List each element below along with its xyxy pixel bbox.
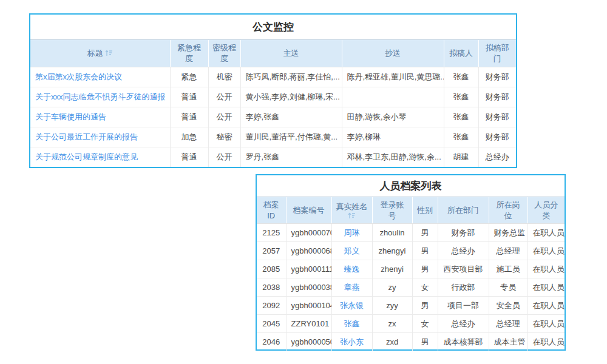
post-cell: 专员 <box>489 278 527 297</box>
cc-cell: 陈丹,程亚雄,董川民,黄思璐... <box>342 67 444 87</box>
archive-code-cell: ygbh000104 <box>286 297 331 315</box>
col-header-real-name-label: 真实姓名 <box>336 201 368 212</box>
archive-id-cell: 2057 <box>257 242 286 260</box>
person-name-link[interactable]: 郑义 <box>344 246 360 255</box>
gender-cell: 男 <box>412 260 438 278</box>
gender-cell: 男 <box>412 333 438 351</box>
col-header-main-send: 主送 <box>240 40 342 67</box>
doc-title-link[interactable]: 第x届第x次股东会的决议 <box>35 72 122 81</box>
table-row: 2046 ygbh000050 张小东 zxd 男 成本核算部 成本主管 在职人… <box>257 333 565 351</box>
archive-code-cell: ygbh000111 <box>286 260 331 278</box>
post-cell: 安全员 <box>489 297 527 315</box>
draft-dept-cell: 财务部 <box>478 107 516 127</box>
post-cell: 总经理 <box>489 242 527 260</box>
main-send-cell: 李婷,张鑫 <box>240 107 342 127</box>
main-send-cell: 黄小强,李婷,刘健,柳琳,宋... <box>240 87 342 107</box>
login-account-cell: zxd <box>372 333 412 351</box>
urgency-cell: 加急 <box>170 127 208 147</box>
drafter-cell: 胡建 <box>444 147 478 167</box>
archive-id-cell: 2085 <box>257 260 286 278</box>
department-cell: 总经办 <box>438 242 489 260</box>
archive-code-cell: ZZRY0101 <box>286 315 331 333</box>
archive-id-cell: 2046 <box>257 333 286 351</box>
gender-cell: 男 <box>412 242 438 260</box>
category-cell: 在职人员 <box>527 315 565 333</box>
person-name-link[interactable]: 张小东 <box>340 337 364 346</box>
doc-title-link[interactable]: 关于xxx同志临危不惧勇斗歹徒的通报 <box>35 92 166 101</box>
category-cell: 在职人员 <box>527 278 565 297</box>
personnel-list-title: 人员档案列表 <box>257 175 565 197</box>
person-name-link[interactable]: 章燕 <box>344 283 360 292</box>
personnel-header-row: 档案ID 档案编号 真实姓名 登录账号 性别 所在部门 所在岗位 人员分类 <box>257 197 565 224</box>
login-account-cell: zhengyi <box>372 242 412 260</box>
col-header-secrecy: 密级程度 <box>208 40 240 67</box>
person-name-link[interactable]: 张鑫 <box>344 319 360 328</box>
archive-code-cell: ygbh000038 <box>286 278 331 297</box>
archive-code-cell: ygbh000050 <box>286 333 331 351</box>
person-name-link[interactable]: 周琳 <box>344 228 360 237</box>
table-row: 2057 ygbh000068 郑义 zhengyi 男 总经办 总经理 在职人… <box>257 242 565 260</box>
table-row: 关于车辆使用的通告 普通 公开 李婷,张鑫 田静,游恢,余小琴 张鑫 财务部 <box>30 107 516 127</box>
category-cell: 在职人员 <box>527 260 565 278</box>
doc-monitor-title: 公文监控 <box>30 15 516 40</box>
main-send-cell: 董川民,董清平,付伟璐,黄... <box>240 127 342 147</box>
cc-cell: 田静,游恢,余小琴 <box>342 107 444 127</box>
archive-id-cell: 2092 <box>257 297 286 315</box>
draft-dept-cell: 财务部 <box>478 87 516 107</box>
archive-code-cell: ygbh000070 <box>286 224 331 242</box>
doc-monitor-table: 标题 紧急程度 密级程度 主送 抄送 拟稿人 拟稿部门 第x届第x次股东会的决议… <box>30 40 516 167</box>
doc-monitor-panel: 公文监控 标题 紧急程度 密级程度 主送 抄送 拟稿人 拟稿部门 第x届第x次股… <box>29 13 517 168</box>
drafter-cell: 张鑫 <box>444 67 478 87</box>
draft-dept-cell: 财务部 <box>478 67 516 87</box>
col-header-doc-title: 标题 <box>30 40 170 67</box>
archive-id-cell: 2045 <box>257 315 286 333</box>
table-row: 2085 ygbh000111 臻逸 zhenyi 男 西安项目部 施工员 在职… <box>257 260 565 278</box>
urgency-cell: 普通 <box>170 147 208 167</box>
category-cell: 在职人员 <box>527 242 565 260</box>
archive-id-cell: 2038 <box>257 278 286 297</box>
col-header-gender: 性别 <box>412 197 438 224</box>
personnel-list-table: 档案ID 档案编号 真实姓名 登录账号 性别 所在部门 所在岗位 人员分类 21… <box>257 197 565 351</box>
doc-title-link[interactable]: 关于车辆使用的通告 <box>35 112 106 121</box>
cc-cell: 李婷,柳琳 <box>342 127 444 147</box>
draft-dept-cell: 财务部 <box>478 127 516 147</box>
personnel-list-panel: 人员档案列表 档案ID 档案编号 真实姓名 登录账号 性别 所在部门 所在岗位 <box>256 174 566 351</box>
login-account-cell: zx <box>372 315 412 333</box>
drafter-cell: 张鑫 <box>444 127 478 147</box>
archive-code-cell: ygbh000068 <box>286 242 331 260</box>
drafter-cell: 张鑫 <box>444 107 478 127</box>
col-header-real-name: 真实姓名 <box>331 197 372 224</box>
sort-icon[interactable] <box>105 50 113 56</box>
col-header-archive-code: 档案编号 <box>286 197 331 224</box>
table-row: 2038 ygbh000038 章燕 zy 女 行政部 专员 在职人员 <box>257 278 565 297</box>
urgency-cell: 紧急 <box>170 67 208 87</box>
doc-header-row: 标题 紧急程度 密级程度 主送 抄送 拟稿人 拟稿部门 <box>30 40 516 67</box>
draft-dept-cell: 总经办 <box>478 147 516 167</box>
post-cell: 施工员 <box>489 260 527 278</box>
col-header-login-account: 登录账号 <box>372 197 412 224</box>
login-account-cell: zhoulin <box>372 224 412 242</box>
table-row: 2045 ZZRY0101 张鑫 zx 女 总经办 总经理 在职人员 <box>257 315 565 333</box>
secrecy-cell: 公开 <box>208 147 240 167</box>
person-name-link[interactable]: 张永银 <box>340 301 364 310</box>
department-cell: 西安项目部 <box>438 260 489 278</box>
doc-title-link[interactable]: 关于公司最近工作开展的报告 <box>35 132 138 141</box>
department-cell: 行政部 <box>438 278 489 297</box>
secrecy-cell: 公开 <box>208 87 240 107</box>
category-cell: 在职人员 <box>527 333 565 351</box>
col-header-archive-id: 档案ID <box>257 197 286 224</box>
table-row: 2092 ygbh000104 张永银 zyy 男 项目一部 安全员 在职人员 <box>257 297 565 315</box>
col-header-urgency: 紧急程度 <box>170 40 208 67</box>
doc-title-link[interactable]: 关于规范公司规章制度的意见 <box>35 152 138 161</box>
table-row: 2125 ygbh000070 周琳 zhoulin 男 财务部 财务总监 在职… <box>257 224 565 242</box>
person-name-link[interactable]: 臻逸 <box>344 265 360 274</box>
gender-cell: 男 <box>412 224 438 242</box>
col-header-drafter: 拟稿人 <box>444 40 478 67</box>
archive-id-cell: 2125 <box>257 224 286 242</box>
main-send-cell: 陈巧凤,断郎,蒋丽,李佳怡,... <box>240 67 342 87</box>
post-cell: 财务总监 <box>489 224 527 242</box>
sort-icon[interactable] <box>348 212 356 219</box>
col-header-cc: 抄送 <box>342 40 444 67</box>
col-header-draft-dept: 拟稿部门 <box>478 40 516 67</box>
gender-cell: 女 <box>412 315 438 333</box>
